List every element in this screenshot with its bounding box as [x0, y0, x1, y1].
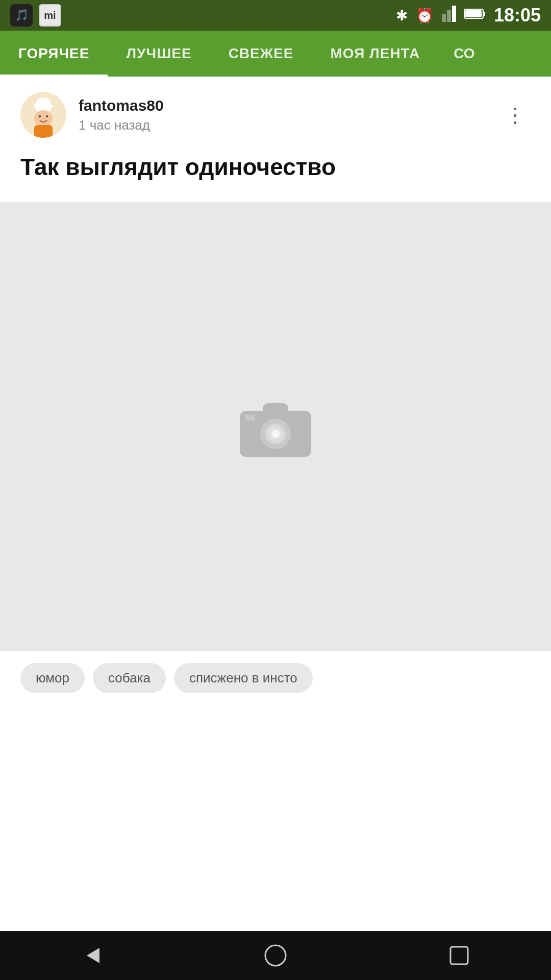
post-time: 1 час назад	[79, 117, 164, 133]
svg-marker-1	[447, 10, 451, 22]
bottom-nav	[0, 931, 551, 980]
image-placeholder	[235, 393, 316, 459]
alarm-icon: ⏰	[416, 7, 434, 24]
svg-point-9	[36, 97, 51, 107]
svg-point-23	[265, 945, 286, 966]
svg-point-19	[271, 430, 280, 438]
battery-icon	[464, 8, 486, 22]
tab-my-feed[interactable]: МОЯ ЛЕНТА	[312, 31, 438, 77]
svg-point-12	[46, 115, 48, 117]
svg-rect-13	[34, 125, 53, 138]
status-time: 18:05	[494, 5, 541, 26]
music-app-icon[interactable]: 🎵	[10, 4, 33, 27]
avatar-image	[20, 92, 66, 138]
bluetooth-icon: ✱	[396, 7, 408, 24]
tags-area: юмор собака списжено в инсто	[0, 651, 551, 705]
svg-rect-21	[245, 414, 255, 421]
post-title: Так выглядит одиночество	[20, 153, 531, 181]
back-icon	[79, 943, 105, 968]
author-info: fantomas80 1 час назад	[79, 97, 164, 133]
author-name[interactable]: fantomas80	[79, 97, 164, 114]
svg-marker-2	[452, 6, 456, 22]
tab-hot[interactable]: ГОРЯЧЕЕ	[0, 31, 108, 77]
status-bar-left: 🎵 mi	[10, 4, 61, 27]
svg-marker-22	[87, 948, 99, 963]
tag-dog[interactable]: собака	[93, 663, 166, 693]
svg-rect-24	[450, 947, 468, 964]
home-icon	[263, 943, 288, 968]
svg-point-10	[34, 110, 53, 127]
tag-humor[interactable]: юмор	[20, 663, 85, 693]
tag-stolen[interactable]: списжено в инсто	[174, 663, 313, 693]
camera-icon	[235, 393, 316, 459]
post-header: fantomas80 1 час назад ⋮	[20, 92, 531, 138]
svg-marker-0	[442, 14, 446, 22]
tab-fresh[interactable]: СВЕЖЕЕ	[210, 31, 312, 77]
tab-more[interactable]: СО	[438, 31, 490, 77]
back-button[interactable]	[66, 940, 117, 971]
post-image[interactable]	[0, 202, 551, 651]
avatar[interactable]	[20, 92, 66, 138]
svg-point-11	[39, 115, 41, 117]
status-bar-right: ✱ ⏰ 18:05	[396, 5, 541, 26]
tab-best[interactable]: ЛУЧШЕЕ	[108, 31, 210, 77]
svg-rect-5	[465, 10, 482, 17]
nav-tabs: ГОРЯЧЕЕ ЛУЧШЕЕ СВЕЖЕЕ МОЯ ЛЕНТА СО	[0, 31, 551, 77]
post-author: fantomas80 1 час назад	[20, 92, 164, 138]
mi-app-icon[interactable]: mi	[39, 4, 61, 27]
svg-rect-20	[263, 403, 288, 414]
content-area: fantomas80 1 час назад ⋮ Так выглядит од…	[0, 77, 551, 202]
more-options-button[interactable]: ⋮	[500, 98, 531, 132]
home-button[interactable]	[250, 940, 301, 971]
status-bar: 🎵 mi ✱ ⏰ 18:05	[0, 0, 551, 31]
signal-icon	[442, 6, 456, 26]
svg-rect-4	[483, 12, 485, 16]
recent-icon	[446, 943, 472, 968]
recent-button[interactable]	[434, 940, 485, 971]
